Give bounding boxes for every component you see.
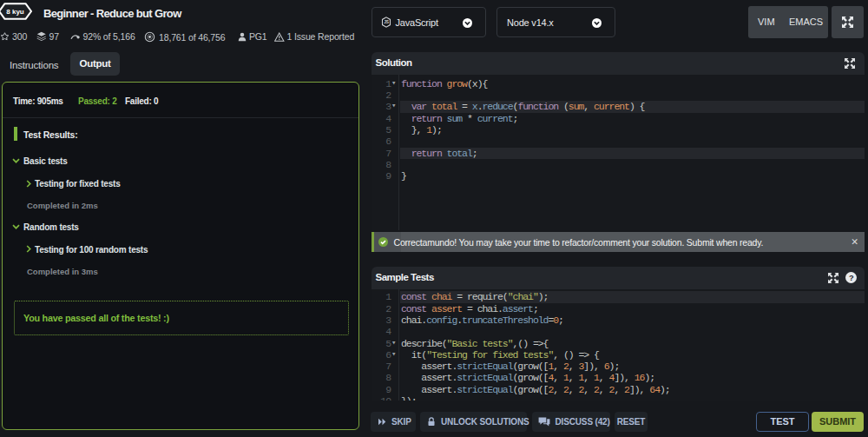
svg-text:JS: JS: [384, 20, 390, 24]
svg-text:?: ?: [849, 274, 854, 282]
svg-text:8 kyu: 8 kyu: [6, 8, 24, 16]
